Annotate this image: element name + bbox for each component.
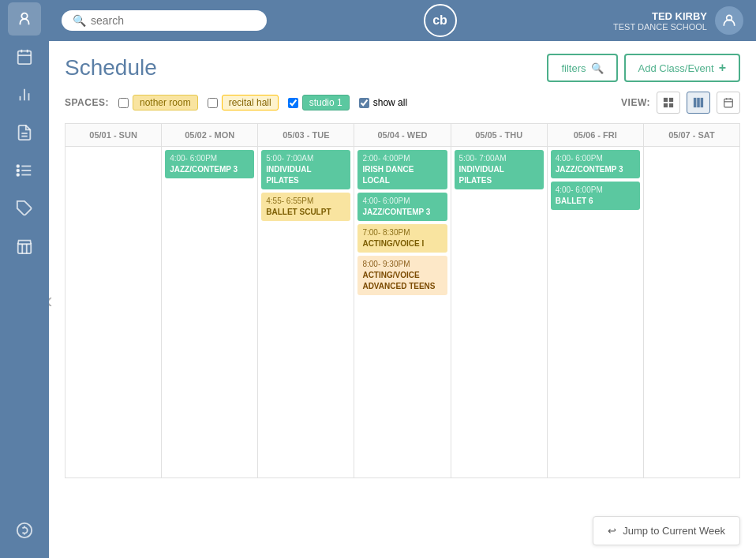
calendar-wrapper: ‹ › 05/01 - SUN 05/02 - MON 05/03 - TUE …: [65, 123, 740, 478]
day-cell-thu: 5:00- 7:00AM INDIVIDUAL PILATES: [451, 147, 548, 478]
filters-button[interactable]: filters 🔍: [547, 54, 617, 82]
view-grid-button[interactable]: [657, 92, 680, 114]
day-cell-sun: [65, 147, 162, 478]
event-irish-dance-wed[interactable]: 2:00- 4:00PM IRISH DANCE LOCAL: [357, 150, 447, 189]
logo: cb: [267, 4, 613, 37]
space-label-another-room: nother room: [133, 95, 198, 110]
day-header-tue: 05/03 - TUE: [258, 124, 354, 147]
logo-circle: cb: [424, 4, 457, 37]
spaces-bar: SPACES: nother room recital hall studio …: [65, 92, 740, 114]
space-checkbox-recital-hall[interactable]: [208, 98, 218, 108]
day-header-thu: 05/05 - THU: [451, 124, 548, 147]
event-ballet-sculpt-tue[interactable]: 4:55- 6:55PM BALLET SCULPT: [261, 193, 350, 221]
space-chip-another-room[interactable]: nother room: [118, 95, 198, 110]
prev-week-button[interactable]: ‹: [49, 281, 61, 320]
svg-point-15: [17, 174, 19, 176]
day-header-sun: 05/01 - SUN: [65, 124, 162, 147]
sidebar-item-documents[interactable]: [8, 116, 41, 149]
svg-point-14: [17, 170, 19, 172]
header-buttons: filters 🔍 Add Class/Event +: [547, 54, 740, 82]
svg-rect-28: [724, 99, 733, 107]
svg-point-0: [21, 13, 27, 19]
page-title: Schedule: [65, 55, 157, 81]
view-section: VIEW:: [621, 92, 740, 114]
user-school: TEST DANCE SCHOOL: [613, 22, 707, 32]
jump-to-current-week-button[interactable]: ↩ Jump to Current Week: [593, 516, 740, 545]
search-input[interactable]: [91, 14, 256, 27]
space-checkbox-another-room[interactable]: [118, 98, 129, 108]
show-all-chip[interactable]: show all: [359, 97, 407, 108]
show-all-label: show all: [373, 97, 407, 108]
spaces-label: SPACES:: [65, 97, 109, 108]
search-icon: 🔍: [73, 14, 86, 27]
svg-rect-26: [697, 98, 700, 107]
space-label-studio-1: studio 1: [302, 95, 350, 110]
user-text: TED KIRBY TEST DANCE SCHOOL: [613, 10, 707, 32]
filter-search-icon: 🔍: [591, 62, 604, 74]
sidebar-item-calendar[interactable]: [8, 40, 41, 73]
svg-rect-23: [664, 103, 668, 107]
event-ballet-6-fri[interactable]: 4:00- 6:00PM BALLET 6: [551, 182, 640, 210]
svg-rect-25: [694, 98, 697, 107]
event-jazz-contemp-wed[interactable]: 4:00- 6:00PM JAZZ/CONTEMP 3: [357, 193, 447, 221]
day-header-wed: 05/04 - WED: [354, 124, 451, 147]
svg-rect-21: [664, 98, 668, 102]
event-individual-pilates-thu[interactable]: 5:00- 7:00AM INDIVIDUAL PILATES: [455, 150, 544, 189]
space-label-recital-hall: recital hall: [222, 95, 279, 110]
calendar-grid: 05/01 - SUN 05/02 - MON 05/03 - TUE 05/0…: [65, 123, 740, 478]
sidebar-item-tags[interactable]: [8, 192, 41, 225]
search-box[interactable]: 🔍: [62, 10, 267, 31]
space-chip-recital-hall[interactable]: recital hall: [208, 95, 279, 110]
day-cell-fri: 4:00- 6:00PM JAZZ/CONTEMP 3 4:00- 6:00PM…: [548, 147, 644, 478]
svg-rect-22: [669, 98, 673, 102]
main-area: 🔍 cb TED KIRBY TEST DANCE SCHOOL Schedul…: [49, 0, 756, 558]
svg-rect-1: [18, 51, 32, 65]
plus-icon: +: [719, 61, 726, 75]
sidebar: [0, 0, 49, 558]
reply-icon: ↩: [608, 525, 616, 537]
view-label: VIEW:: [621, 97, 650, 108]
avatar[interactable]: [715, 6, 743, 35]
content-area: Schedule filters 🔍 Add Class/Event + SPA…: [49, 41, 756, 558]
event-acting-voice-wed[interactable]: 7:00- 8:30PM ACTING/VOICE I: [357, 224, 447, 253]
day-header-fri: 05/06 - FRI: [548, 124, 644, 147]
day-cell-sat: [644, 147, 740, 478]
sidebar-item-dashboard[interactable]: [8, 2, 41, 36]
show-all-checkbox[interactable]: [359, 98, 369, 108]
view-columns-button[interactable]: [687, 92, 710, 114]
topbar: 🔍 cb TED KIRBY TEST DANCE SCHOOL: [49, 0, 756, 41]
day-cell-mon: 4:00- 6:00PM JAZZ/CONTEMP 3: [162, 147, 258, 478]
svg-point-19: [17, 523, 32, 537]
event-individual-pilates-tue[interactable]: 5:00- 7:00AM INDIVIDUAL PILATES: [261, 150, 350, 189]
user-info: TED KIRBY TEST DANCE SCHOOL: [613, 6, 743, 35]
sidebar-item-reports[interactable]: [8, 78, 41, 111]
event-jazz-contemp-mon[interactable]: 4:00- 6:00PM JAZZ/CONTEMP 3: [165, 150, 254, 178]
day-cell-tue: 5:00- 7:00AM INDIVIDUAL PILATES 4:55- 6:…: [258, 147, 354, 478]
svg-point-13: [17, 165, 19, 167]
user-name: TED KIRBY: [613, 10, 707, 22]
sidebar-item-store[interactable]: [8, 230, 41, 263]
sidebar-item-list[interactable]: [8, 154, 41, 187]
day-header-sat: 05/07 - SAT: [644, 124, 740, 147]
event-acting-voice-advanced-wed[interactable]: 8:00- 9:30PM ACTING/VOICE ADVANCED TEENS: [357, 256, 447, 295]
space-checkbox-studio-1[interactable]: [288, 98, 298, 108]
svg-rect-27: [701, 98, 704, 107]
space-chip-studio-1[interactable]: studio 1: [288, 95, 350, 110]
schedule-header: Schedule filters 🔍 Add Class/Event +: [65, 54, 740, 82]
day-cell-wed: 2:00- 4:00PM IRISH DANCE LOCAL 4:00- 6:0…: [354, 147, 451, 478]
svg-rect-24: [669, 103, 673, 107]
day-header-mon: 05/02 - MON: [162, 124, 258, 147]
sidebar-item-budget[interactable]: [8, 514, 41, 547]
event-jazz-contemp-fri[interactable]: 4:00- 6:00PM JAZZ/CONTEMP 3: [551, 150, 640, 178]
view-calendar-button[interactable]: [717, 92, 740, 114]
add-class-event-button[interactable]: Add Class/Event +: [624, 54, 740, 82]
